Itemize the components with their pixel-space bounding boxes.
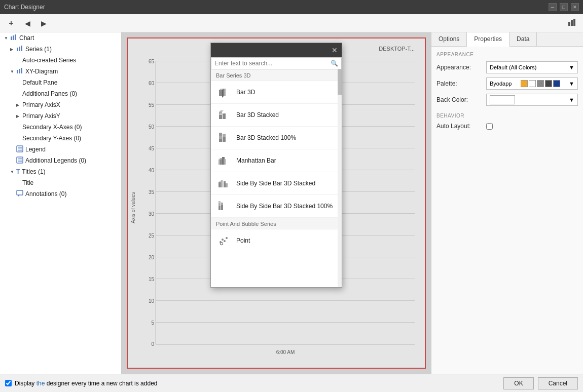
modal-section-bar3d: Bar Series 3D	[211, 69, 342, 81]
tree-title[interactable]: ▶ Title	[0, 177, 121, 188]
svg-rect-22	[219, 90, 222, 96]
tree-series[interactable]: ▶ Series (1)	[0, 44, 121, 55]
modal-scrollbar[interactable]	[338, 69, 342, 287]
bar3d-stacked100-icon	[217, 131, 231, 145]
tab-data[interactable]: Data	[509, 32, 537, 46]
display-designer-checkbox[interactable]	[5, 380, 12, 386]
tree-default-pane-label: Default Pane	[22, 79, 57, 86]
backcolor-value[interactable]: ▼	[486, 94, 578, 106]
modal-item-sidebyside3d[interactable]: Side By Side Bar 3D Stacked	[211, 172, 342, 195]
svg-rect-5	[15, 34, 16, 40]
tree-annotations-icon	[16, 190, 23, 199]
tree-series-icon	[16, 45, 23, 54]
backcolor-box	[490, 95, 515, 104]
bottom-bar: Display the designer every time a new ch…	[0, 374, 583, 392]
autolayout-checkbox[interactable]	[486, 123, 493, 130]
svg-point-54	[222, 239, 224, 241]
bar3d-stacked-icon	[217, 108, 231, 122]
modal-item-bar3d-stacked100[interactable]: Bar 3D Stacked 100%	[211, 127, 342, 149]
tree-primary-axisx[interactable]: ▶ Primary AxisX	[0, 99, 121, 110]
tree-additional-panes[interactable]: ▶ Additional Panes (0)	[0, 88, 121, 99]
toolbar: + ◀ ▶	[0, 14, 583, 32]
minimize-button[interactable]: ─	[549, 3, 557, 11]
tree-xydiagram-label: XY-Diagram	[25, 68, 58, 75]
chart-icon	[567, 18, 576, 28]
tree-annotations[interactable]: ▶ Annotations (0)	[0, 188, 121, 200]
tree-root[interactable]: ▼ Chart	[0, 32, 121, 44]
modal-item-sidebyside3d-100[interactable]: Side By Side Bar 3D Stacked 100%	[211, 195, 342, 218]
bottom-left: Display the designer every time a new ch…	[5, 380, 158, 387]
modal-body: Bar Series 3D Bar 3D	[211, 69, 342, 287]
modal-section-point: Point And Bubble Series	[211, 218, 342, 229]
tree-secondary-yaxes[interactable]: ▶ Secondary Y-Axes (0)	[0, 133, 121, 144]
backcolor-row: Back Color: ▼	[431, 92, 583, 108]
chart-view-button[interactable]	[565, 16, 579, 30]
modal-item-bar3d[interactable]: Bar 3D	[211, 81, 342, 104]
tree-titles-icon: T	[16, 168, 20, 175]
tree-additional-legends[interactable]: ▶ Additional Legends (0)	[0, 155, 121, 166]
svg-rect-6	[17, 48, 18, 51]
palette-dropdown-icon: ▼	[569, 81, 574, 87]
cancel-button[interactable]: Cancel	[538, 377, 578, 389]
svg-rect-33	[219, 133, 222, 136]
close-button[interactable]: ✕	[571, 3, 579, 11]
svg-rect-48	[218, 203, 221, 206]
restore-button[interactable]: □	[560, 3, 568, 11]
svg-rect-47	[218, 206, 221, 210]
bar3d-icon	[217, 85, 231, 99]
tree-series-arrow: ▶	[10, 47, 16, 52]
center-panel: Memory usage DESKTOP-T... Axis of values…	[122, 32, 431, 374]
ok-button[interactable]: OK	[503, 377, 533, 389]
add-button[interactable]: +	[4, 16, 18, 30]
tree-secondary-yaxes-label: Secondary Y-Axes (0)	[22, 135, 81, 142]
tree-primary-axisy[interactable]: ▶ Primary AxisY	[0, 110, 121, 122]
tree-auto-series[interactable]: ▶ Auto-created Series	[0, 55, 121, 66]
tree-titles[interactable]: ▼ T Titles (1)	[0, 166, 121, 177]
palette-row: Palette: Byodapp ▼	[431, 75, 583, 92]
tree-xydiagram[interactable]: ▼ XY-Diagram	[0, 66, 121, 77]
autolayout-label: Auto Layout:	[436, 123, 482, 130]
sidebyside3d-100-icon	[217, 199, 231, 213]
svg-rect-35	[223, 134, 226, 137]
modal-item-manhattan[interactable]: Manhattan Bar	[211, 149, 342, 172]
main-layout: ▼ Chart ▶ Series (1)	[0, 32, 583, 374]
bar3d-stacked100-label: Bar 3D Stacked 100%	[236, 134, 296, 141]
tree-default-pane[interactable]: ▶ Default Pane	[0, 77, 121, 88]
sidebyside3d-icon	[217, 176, 231, 190]
back-icon: ◀	[25, 19, 30, 27]
svg-rect-8	[21, 46, 22, 51]
modal-close-button[interactable]: ✕	[331, 46, 339, 54]
tree-secondary-xaxes[interactable]: ▶ Secondary X-Axes (0)	[0, 122, 121, 133]
back-button[interactable]: ◀	[20, 16, 34, 30]
modal-item-bar3d-stacked[interactable]: Bar 3D Stacked	[211, 104, 342, 127]
search-icon: 🔍	[331, 60, 338, 67]
palette-label: Palette:	[436, 80, 482, 87]
add-icon: +	[9, 19, 13, 28]
series-type-modal: ✕ 🔍 Bar Series 3D	[210, 43, 342, 288]
tab-properties[interactable]: Properties	[467, 32, 509, 47]
palette-value[interactable]: Byodapp ▼	[486, 77, 578, 90]
modal-item-point[interactable]: Point	[211, 229, 342, 252]
search-input[interactable]	[214, 60, 329, 67]
tree-additional-legends-label: Additional Legends (0)	[25, 157, 86, 164]
forward-button[interactable]: ▶	[37, 16, 51, 30]
tree-legend-label: Legend	[25, 146, 46, 153]
tab-options[interactable]: Options	[431, 32, 467, 46]
svg-rect-3	[11, 36, 12, 40]
autolayout-row: Auto Layout:	[431, 121, 583, 132]
manhattan-icon	[217, 153, 231, 168]
svg-rect-0	[568, 22, 570, 26]
svg-point-57	[221, 243, 223, 245]
sidebyside3d-100-label: Side By Side Bar 3D Stacked 100%	[236, 203, 333, 210]
bottom-right: OK Cancel	[503, 377, 578, 389]
tree-additional-legends-icon	[16, 156, 23, 165]
backcolor-label: Back Color:	[436, 96, 482, 103]
tree-legend-icon	[16, 145, 23, 154]
modal-scrollbar-thumb	[338, 69, 342, 95]
right-panel: Options Properties Data APPEARANCE Appea…	[431, 32, 583, 374]
tree-auto-series-label: Auto-created Series	[22, 57, 76, 64]
tree-legend[interactable]: ▶ Legend	[0, 144, 121, 155]
svg-rect-34	[223, 137, 226, 142]
svg-rect-9	[17, 70, 18, 73]
appearance-value[interactable]: Default (All Colors) ▼	[486, 61, 578, 73]
